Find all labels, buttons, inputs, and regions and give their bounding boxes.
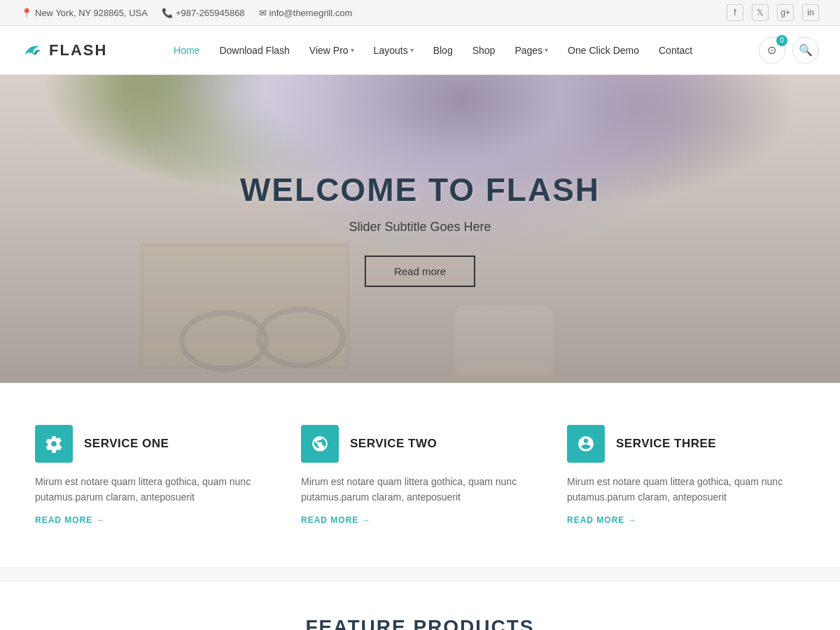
hero-subtitle: Slider Subtitle Goes Here — [240, 220, 600, 234]
section-divider — [0, 567, 840, 581]
hero-title: WELCOME TO FLASH — [240, 171, 600, 209]
service-three-title: SERVICE THREE — [616, 437, 716, 451]
chevron-down-icon: ▾ — [410, 46, 414, 54]
location-icon: 📍 — [21, 8, 32, 18]
feature-products-title: FEATURE PRODUCTS — [35, 616, 805, 630]
logo-bird-icon — [21, 39, 43, 62]
hero-section: WELCOME TO FLASH Slider Subtitle Goes He… — [0, 75, 840, 383]
topbar-social: f 𝕏 g+ in — [727, 4, 819, 21]
cart-button[interactable]: ⊙ 0 — [759, 37, 785, 64]
googleplus-icon[interactable]: g+ — [777, 4, 794, 21]
service-two-icon — [301, 425, 339, 463]
header: FLASH Home Download Flash View Pro ▾ Lay… — [0, 26, 840, 75]
nav-contact[interactable]: Contact — [650, 39, 701, 62]
nav-home[interactable]: Home — [165, 39, 208, 62]
service-one-icon — [35, 425, 73, 463]
chevron-down-icon: ▾ — [545, 46, 548, 54]
hero-read-more-button[interactable]: Read more — [365, 255, 475, 287]
feature-products-section: FEATURE PRODUCTS Collaboratively adminis… — [0, 581, 840, 630]
service-one-desc: Mirum est notare quam littera gothica, q… — [35, 474, 273, 505]
phone-info: 📞 +987-265945868 — [162, 8, 245, 18]
service-two: SERVICE TWO Mirum est notare quam litter… — [301, 425, 539, 525]
logo-text: FLASH — [49, 41, 107, 59]
header-actions: ⊙ 0 🔍 — [759, 37, 819, 64]
logo[interactable]: FLASH — [21, 39, 107, 62]
nav-view-pro[interactable]: View Pro ▾ — [301, 39, 363, 62]
nav-one-click-demo[interactable]: One Click Demo — [559, 39, 648, 62]
service-two-read-more[interactable]: READ MORE → — [301, 515, 539, 525]
hero-content: WELCOME TO FLASH Slider Subtitle Goes He… — [240, 171, 600, 287]
service-three: SERVICE THREE Mirum est notare quam litt… — [567, 425, 805, 525]
cart-icon: ⊙ — [767, 43, 776, 57]
service-three-desc: Mirum est notare quam littera gothica, q… — [567, 474, 805, 505]
nav-download-flash[interactable]: Download Flash — [211, 39, 298, 62]
email-icon: ✉ — [259, 8, 267, 18]
twitter-icon[interactable]: 𝕏 — [752, 4, 769, 21]
main-nav: Home Download Flash View Pro ▾ Layouts ▾… — [165, 39, 701, 62]
svg-rect-6 — [455, 306, 553, 376]
email-info: ✉ info@themegrill.com — [259, 8, 353, 18]
nav-pages[interactable]: Pages ▾ — [506, 39, 556, 62]
facebook-icon[interactable]: f — [727, 4, 743, 21]
nav-blog[interactable]: Blog — [425, 39, 461, 62]
nav-shop[interactable]: Shop — [464, 39, 504, 62]
cart-badge: 0 — [776, 35, 788, 46]
email-text: info@themegrill.com — [270, 8, 353, 18]
location-info: 📍 New York, NY 928865, USA — [21, 8, 148, 18]
chevron-down-icon: ▾ — [351, 46, 354, 54]
service-two-desc: Mirum est notare quam littera gothica, q… — [301, 474, 539, 505]
service-three-icon — [567, 425, 605, 463]
location-text: New York, NY 928865, USA — [35, 8, 148, 18]
linkedin-icon[interactable]: in — [802, 4, 819, 21]
user-circle-icon — [577, 435, 595, 453]
search-icon: 🔍 — [799, 43, 813, 57]
service-one-title: SERVICE ONE — [84, 437, 169, 451]
service-two-title: SERVICE TWO — [350, 437, 437, 451]
service-three-read-more[interactable]: READ MORE → — [567, 515, 805, 525]
search-button[interactable]: 🔍 — [792, 37, 819, 64]
topbar: 📍 New York, NY 928865, USA 📞 +987-265945… — [0, 0, 840, 26]
service-one: SERVICE ONE Mirum est notare quam litter… — [35, 425, 273, 525]
soccer-icon — [311, 435, 329, 453]
nav-layouts[interactable]: Layouts ▾ — [365, 39, 422, 62]
service-two-header: SERVICE TWO — [301, 425, 539, 463]
service-one-read-more[interactable]: READ MORE → — [35, 515, 273, 525]
service-one-header: SERVICE ONE — [35, 425, 273, 463]
phone-text: +987-265945868 — [176, 8, 245, 18]
topbar-left: 📍 New York, NY 928865, USA 📞 +987-265945… — [21, 8, 352, 18]
gear-icon — [45, 435, 63, 453]
phone-icon: 📞 — [162, 8, 173, 18]
services-section: SERVICE ONE Mirum est notare quam litter… — [0, 383, 840, 567]
service-three-header: SERVICE THREE — [567, 425, 805, 463]
